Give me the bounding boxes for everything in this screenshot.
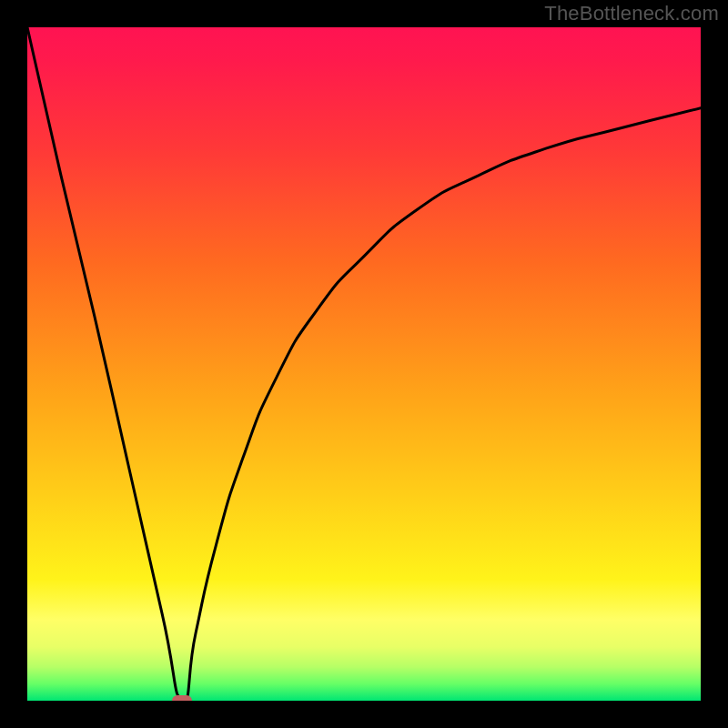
chart-frame: TheBottleneck.com — [0, 0, 728, 728]
watermark-text: TheBottleneck.com — [544, 2, 719, 25]
plot-area — [27, 27, 701, 701]
minimum-marker — [172, 695, 192, 701]
curve-path — [27, 27, 701, 701]
bottleneck-curve — [27, 27, 701, 701]
